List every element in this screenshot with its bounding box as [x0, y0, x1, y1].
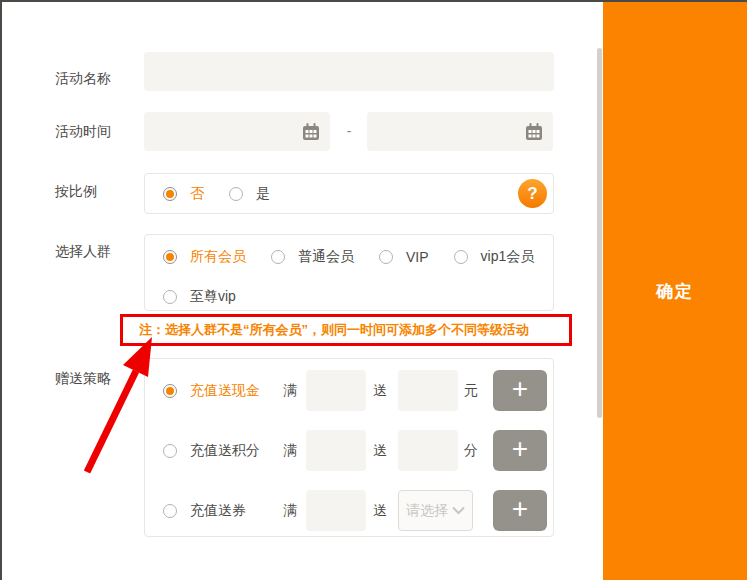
confirm-panel: 确定 — [603, 2, 747, 580]
calendar-icon[interactable] — [524, 122, 544, 142]
radio-unselected-icon[interactable] — [163, 290, 177, 304]
help-icon[interactable]: ? — [518, 179, 547, 208]
coupon-select[interactable]: 请选择 — [398, 490, 473, 531]
date-end-field[interactable] — [367, 112, 553, 151]
crowd-option-supreme-vip[interactable]: 至尊vip — [163, 288, 236, 306]
plus-icon: + — [512, 435, 528, 463]
radio-unselected-icon[interactable] — [163, 504, 177, 518]
confirm-button[interactable]: 确定 — [656, 280, 694, 303]
by-ratio-label: 按比例 — [55, 181, 97, 201]
radio-unselected-icon[interactable] — [454, 250, 468, 264]
vertical-scrollbar-thumb[interactable] — [597, 48, 602, 418]
gift-strategy-label: 赠送策略 — [55, 368, 111, 388]
ratio-option-no[interactable]: 否 — [163, 185, 204, 203]
activity-form-dialog: 活动名称 活动时间 按比例 选择人群 赠送策略 - — [0, 0, 747, 580]
threshold-label: 满 — [283, 490, 297, 531]
radio-unselected-icon[interactable] — [163, 444, 177, 458]
radio-unselected-icon[interactable] — [229, 187, 243, 201]
crowd-note-highlight-box: 注：选择人群不是“所有会员”，则同一时间可添加多个不同等级活动 — [120, 314, 572, 346]
strategy-row-cash: 充值送现金 满 送 元 + — [145, 370, 553, 411]
select-crowd-label: 选择人群 — [55, 241, 111, 261]
radio-selected-icon[interactable] — [163, 187, 177, 201]
unit-label: 分 — [464, 430, 478, 471]
plus-icon: + — [512, 495, 528, 523]
cash-threshold-input[interactable] — [306, 370, 366, 411]
unit-label: 元 — [464, 370, 478, 411]
coupon-threshold-input[interactable] — [306, 490, 366, 531]
activity-name-label: 活动名称 — [55, 68, 111, 88]
radio-unselected-icon[interactable] — [271, 250, 285, 264]
cash-gift-input[interactable] — [398, 370, 458, 411]
add-coupon-rule-button[interactable]: + — [493, 490, 547, 531]
strategy-row-points: 充值送积分 满 送 分 + — [145, 430, 553, 471]
strategy-option-points[interactable]: 充值送积分 — [163, 430, 260, 471]
radio-unselected-icon[interactable] — [379, 250, 393, 264]
crowd-note-text: 注：选择人群不是“所有会员”，则同一时间可添加多个不同等级活动 — [139, 321, 529, 339]
add-points-rule-button[interactable]: + — [493, 430, 547, 471]
date-start-field[interactable] — [144, 112, 330, 151]
ratio-option-yes[interactable]: 是 — [229, 185, 270, 203]
plus-icon: + — [512, 375, 528, 403]
give-label: 送 — [373, 430, 387, 471]
select-crowd-group: 所有会员 普通会员 VIP vip1会员 至尊vip — [144, 234, 554, 311]
date-range-separator: - — [336, 121, 362, 141]
threshold-label: 满 — [283, 370, 297, 411]
add-cash-rule-button[interactable]: + — [493, 370, 547, 411]
strategy-option-cash[interactable]: 充值送现金 — [163, 370, 260, 411]
gift-strategy-group: 充值送现金 满 送 元 + 充值送积分 满 送 分 + 充值送券 — [144, 358, 554, 537]
strategy-row-coupon: 充值送券 满 送 请选择 + — [145, 490, 553, 531]
calendar-icon[interactable] — [301, 122, 321, 142]
by-ratio-group: 否 是 ? — [144, 173, 554, 214]
crowd-option-vip[interactable]: VIP — [379, 249, 429, 265]
threshold-label: 满 — [283, 430, 297, 471]
strategy-option-coupon[interactable]: 充值送券 — [163, 490, 246, 531]
coupon-select-placeholder: 请选择 — [406, 502, 448, 520]
activity-time-label: 活动时间 — [55, 121, 111, 141]
radio-selected-icon[interactable] — [163, 250, 177, 264]
date-end-input[interactable] — [367, 124, 524, 140]
crowd-option-normal-members[interactable]: 普通会员 — [271, 248, 354, 266]
give-label: 送 — [373, 490, 387, 531]
crowd-option-vip1[interactable]: vip1会员 — [454, 248, 535, 266]
crowd-option-all-members[interactable]: 所有会员 — [163, 248, 246, 266]
points-gift-input[interactable] — [398, 430, 458, 471]
chevron-down-icon — [452, 506, 465, 515]
points-threshold-input[interactable] — [306, 430, 366, 471]
radio-selected-icon[interactable] — [163, 384, 177, 398]
activity-name-input[interactable] — [144, 52, 554, 91]
date-start-input[interactable] — [144, 124, 301, 140]
give-label: 送 — [373, 370, 387, 411]
